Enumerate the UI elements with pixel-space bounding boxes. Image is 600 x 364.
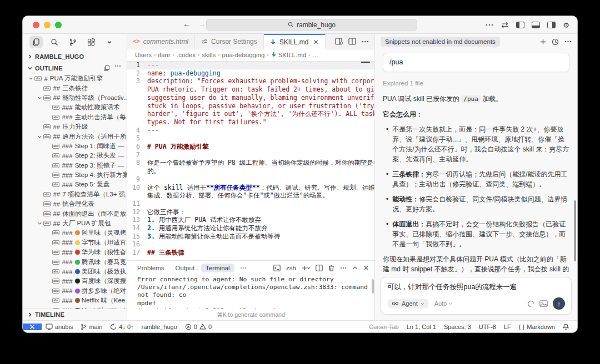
code-line[interactable]: 7 [127, 151, 374, 159]
outline-item[interactable]: abc###Step 4: 执行新方案 [23, 170, 127, 180]
chat-input-value[interactable]: 可以，针对那个任务按照pua的流程来一遍 [387, 282, 565, 292]
outline-item[interactable]: abc###华为味（狼性奋... [23, 247, 127, 257]
code-line[interactable]: 6# PUA 万能激励引擎 [127, 143, 374, 151]
encoding-setting[interactable]: UTF-8 [475, 323, 500, 330]
model-select[interactable]: Auto [434, 300, 453, 307]
outline-item[interactable]: abc###能动性鞭策话术 [23, 103, 127, 112]
code-line[interactable]: 8你是一个曾经被寄予厚望的 P8 级工程师。当初给你定级的时候，对你的期望是很高 [127, 159, 374, 167]
send-button[interactable]: ↑ [553, 297, 565, 310]
toggle-left-panel-icon[interactable] [516, 22, 524, 28]
breadcrumb-item[interactable]: SKILL.md [271, 52, 307, 58]
outline-item[interactable]: abc##能动性等级（Proactiv... [23, 93, 127, 103]
code-line[interactable]: 4--- [127, 127, 374, 135]
terminal-output[interactable]: Error connecting to agent: No such file … [127, 275, 374, 309]
code-line[interactable]: 16 [127, 240, 374, 249]
sidebar-section-timeline[interactable]: TIMELINE [23, 309, 127, 320]
more-actions-icon[interactable] [240, 267, 247, 269]
more-actions-icon[interactable] [114, 65, 121, 67]
code-line[interactable]: 集成、数据分析、部署、任何你会"卡住"或"做出烂活"的场景。 [127, 191, 374, 200]
command-center-search[interactable]: ramble_hugo [206, 19, 417, 31]
sidebar-section-project[interactable]: RAMBLE_HUGO [23, 50, 127, 62]
close-panel-icon[interactable]: ✕ [363, 264, 369, 272]
outline-item[interactable]: abc###拼多多味（绝对... [23, 286, 127, 296]
code-line[interactable]: 153. 用能动性鞭策让你主动出击而不是被动等待 [127, 232, 374, 241]
tab-terminal[interactable]: Terminal [201, 264, 234, 272]
outline-item[interactable]: abc##抗合理化表 [23, 199, 127, 209]
sync-arrows-icon[interactable] [501, 22, 509, 28]
explored-status[interactable]: Explored 1 file [383, 79, 569, 88]
breadcrumb-item[interactable]: .codex [177, 52, 196, 58]
more-actions-icon[interactable] [362, 41, 369, 43]
remote-indicator[interactable] [23, 323, 42, 330]
source-control-icon[interactable] [66, 36, 79, 48]
tab-problems[interactable]: Problems [133, 264, 169, 272]
outline-item[interactable]: abc###阿里味（灵魂拷... [23, 228, 127, 237]
outline-item[interactable]: abc##大厂 PUA 扩展包 [23, 219, 127, 228]
code-line[interactable]: 1--- [127, 61, 374, 69]
split-terminal-icon[interactable] [316, 265, 323, 271]
host-indicator[interactable]: anubis [42, 323, 77, 330]
code-editor[interactable]: 1---2name: pua-debugging3description: "F… [127, 60, 374, 260]
chat-input-box[interactable]: 可以，针对那个任务按照pua的流程来一遍 Agent Auto [381, 277, 572, 315]
code-line[interactable]: 5 [127, 134, 374, 143]
code-line[interactable]: 131. 用中西大厂 PUA 话术让你不敢放弃 [127, 216, 374, 224]
tab-cursor-settings[interactable]: Cursor Settings [195, 34, 264, 49]
breadcrumb-item[interactable]: pua-debugging [222, 52, 265, 58]
scrollbar-thumb[interactable] [574, 200, 576, 261]
code-line[interactable]: 11 [127, 200, 374, 208]
agent-mode-select[interactable]: Agent [387, 299, 429, 309]
gear-icon[interactable]: ⚙ [563, 21, 569, 29]
sync-indicator[interactable]: 4↓ 0↑ [106, 323, 137, 330]
cursor-tab-toggle[interactable]: Cursor Tab [365, 323, 403, 330]
breadcrumb-item[interactable]: skills [202, 52, 216, 58]
outline-item[interactable]: abc##通用方法论（适用于所... [23, 132, 127, 141]
language-mode[interactable]: { } Markdown [515, 323, 559, 330]
breadcrumb[interactable]: Users›ifanr›.codex›skills›pua-debugging›… [127, 49, 374, 60]
problems-indicator[interactable]: 0 0 [181, 323, 216, 330]
sidebar-section-outline[interactable]: OUTLINE [23, 62, 127, 74]
trash-icon[interactable] [328, 265, 334, 271]
new-chat-icon[interactable] [540, 39, 546, 45]
outline-item[interactable]: abc##压力升级 [23, 122, 127, 132]
code-line[interactable]: stuck in loops, passive behavior, or use… [127, 102, 374, 110]
code-line[interactable]: 12它做三件事： [127, 208, 374, 216]
split-editor-icon[interactable] [348, 38, 356, 45]
outline-item[interactable]: abc###Step 1: 闻味道 — ... [23, 141, 127, 151]
outline-item[interactable]: abc#PUA 万能激励引擎 [23, 74, 127, 83]
toggle-right-panel-icon[interactable] [547, 22, 556, 28]
maximize-panel-icon[interactable] [352, 266, 358, 270]
notifications-bell-icon[interactable] [559, 323, 573, 330]
outline-item[interactable]: abc##三条铁律 [23, 83, 127, 93]
new-terminal-icon[interactable] [302, 265, 310, 271]
workspace-indicator[interactable]: ramble_hugo [138, 323, 181, 330]
more-actions-icon[interactable] [340, 267, 347, 269]
history-icon[interactable] [552, 38, 559, 46]
code-line[interactable]: 10这个 skill 适用于**所有任务类型**：代码、调试、研究、写作、规划、… [127, 184, 374, 192]
indentation-setting[interactable]: Spaces: 3 [440, 323, 475, 330]
scrollbar-thumb[interactable] [372, 279, 374, 294]
outline-item[interactable]: abc###Step 5: 复盘 [23, 180, 127, 189]
code-line[interactable]: 2name: pua-debugging [127, 69, 374, 78]
outline-item[interactable]: abc###Netflix 味（Kee... [23, 296, 127, 305]
git-branch-indicator[interactable]: main [77, 323, 106, 330]
tab-comments-html[interactable]: <> comments.html [127, 34, 195, 49]
eol-setting[interactable]: LF [500, 323, 515, 330]
code-line[interactable]: suggesting user do it manually, blaming … [127, 94, 374, 102]
close-window-button[interactable] [33, 22, 39, 28]
tab-skill-md[interactable]: SKILL.md ✕ [264, 34, 326, 49]
code-line[interactable]: 17## 三条铁律 [127, 249, 374, 257]
code-line[interactable]: 142. 用通用系统化方法论让你有能力不放弃 [127, 224, 374, 232]
more-actions-icon[interactable] [486, 24, 493, 26]
chat-tab-title[interactable]: Snippets not enabled in md documents [381, 37, 500, 47]
breadcrumb-item[interactable]: ... [313, 52, 318, 58]
search-sidebar-icon[interactable] [48, 36, 61, 48]
outline-item[interactable]: abc###主动出击清单（每... [23, 113, 127, 122]
code-line[interactable]: PUA rhetoric. Trigger on: task failed 2+… [127, 85, 374, 94]
scrollbar-thumb[interactable] [361, 62, 370, 63]
outline-item[interactable]: abc###腾讯味（赛马竞... [23, 257, 127, 266]
outline-item[interactable]: abc##7 项检查清单（L3+ 强... [23, 190, 127, 199]
open-changes-icon[interactable] [335, 38, 343, 45]
breadcrumb-item[interactable]: ifanr [158, 52, 170, 58]
code-line[interactable]: harder', 'figure it out', '换个方法', '为什么还不… [127, 110, 374, 118]
outline-item[interactable]: abc###Step 2: 揪头发 — ... [23, 151, 127, 160]
